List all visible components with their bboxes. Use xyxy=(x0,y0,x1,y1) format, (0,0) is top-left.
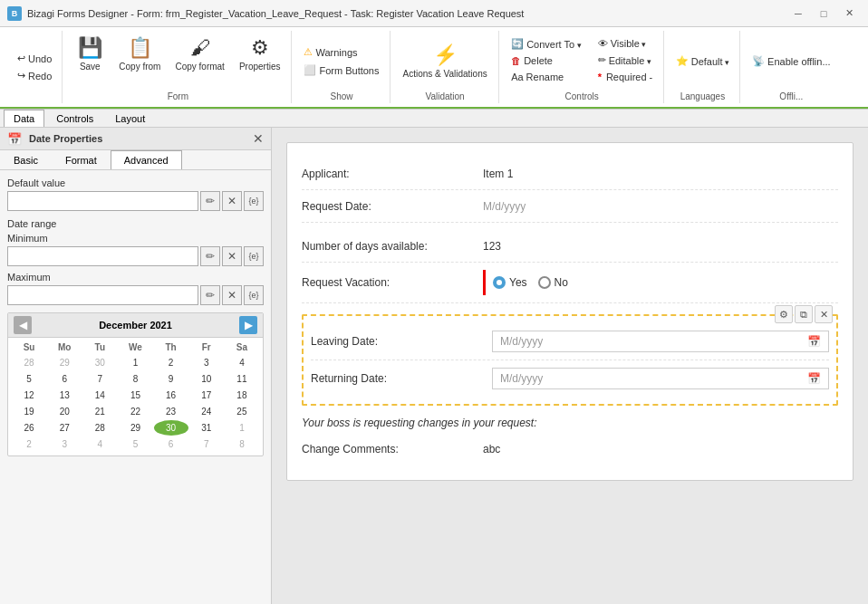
close-button[interactable]: ✕ xyxy=(837,5,861,23)
calendar-day[interactable]: 28 xyxy=(82,420,117,436)
default-button[interactable]: ⭐ Default xyxy=(671,53,734,69)
calendar-day[interactable]: 17 xyxy=(189,388,224,403)
calendar-day[interactable]: 2 xyxy=(12,436,46,452)
leaving-date-value[interactable]: M/d/yyyy 📅 xyxy=(492,331,829,352)
default-value-edit-btn[interactable]: ✏ xyxy=(200,191,220,211)
minimum-edit-btn[interactable]: ✏ xyxy=(200,246,220,266)
calendar-grid: Su Mo Tu We Th Fr Sa 2829301234567891011… xyxy=(8,338,263,455)
calendar-day[interactable]: 14 xyxy=(82,388,117,403)
calendar-day[interactable]: 2 xyxy=(154,355,188,370)
maximum-expr-btn[interactable]: {e} xyxy=(244,285,264,305)
calendar-day[interactable]: 10 xyxy=(189,371,224,387)
calendar-day[interactable]: 28 xyxy=(12,355,46,370)
calendar-day[interactable]: 11 xyxy=(225,371,259,387)
delete-button[interactable]: 🗑 Delete xyxy=(506,53,586,68)
calendar-next-btn[interactable]: ▶ xyxy=(239,316,257,334)
minimum-expr-btn[interactable]: {e} xyxy=(244,246,264,266)
minimum-clear-btn[interactable]: ✕ xyxy=(222,246,242,266)
visible-button[interactable]: 👁 Visible xyxy=(593,36,658,51)
calendar-day[interactable]: 16 xyxy=(154,388,188,403)
radio-no[interactable]: No xyxy=(538,276,568,289)
default-value-expr-btn[interactable]: {e} xyxy=(244,191,264,211)
calendar-day[interactable]: 20 xyxy=(47,404,82,419)
calendar-day[interactable]: 1 xyxy=(225,420,259,436)
section-delete-btn[interactable]: ✕ xyxy=(815,305,833,323)
tab-controls[interactable]: Controls xyxy=(46,110,103,127)
rename-button[interactable]: Aa Rename xyxy=(506,70,586,84)
section-settings-btn[interactable]: ⚙ xyxy=(775,305,793,323)
calendar-day[interactable]: 13 xyxy=(47,388,82,403)
calendar-day[interactable]: 29 xyxy=(47,355,82,370)
calendar-day[interactable]: 18 xyxy=(225,388,259,403)
calendar-day[interactable]: 6 xyxy=(47,371,82,387)
date-properties-panel: 📅 Date Properties ✕ Basic Format Advance… xyxy=(0,128,272,604)
prop-tab-format[interactable]: Format xyxy=(52,150,111,169)
maximum-edit-btn[interactable]: ✏ xyxy=(200,285,220,305)
calendar-day[interactable]: 1 xyxy=(118,355,152,370)
calendar-day[interactable]: 25 xyxy=(225,404,259,419)
calendar-prev-btn[interactable]: ◀ xyxy=(14,316,32,334)
calendar-day[interactable]: 12 xyxy=(12,388,46,403)
save-button[interactable]: 💾 Save xyxy=(70,33,110,75)
calendar-day[interactable]: 15 xyxy=(118,388,152,403)
maximize-button[interactable]: □ xyxy=(812,5,835,23)
calendar-day[interactable]: 5 xyxy=(12,371,46,387)
form-buttons-button[interactable]: ⬜ Form Buttons xyxy=(299,62,383,78)
day-header-fr: Fr xyxy=(189,341,224,353)
calendar-day[interactable]: 3 xyxy=(189,355,224,370)
calendar-day[interactable]: 22 xyxy=(118,404,152,419)
maximum-clear-btn[interactable]: ✕ xyxy=(222,285,242,305)
maximum-input[interactable] xyxy=(7,285,198,305)
calendar-day[interactable]: 30 xyxy=(154,420,188,436)
calendar-day[interactable]: 8 xyxy=(225,436,259,452)
calendar-day[interactable]: 19 xyxy=(12,404,46,419)
calendar-day[interactable]: 27 xyxy=(47,420,82,436)
section-copy-btn[interactable]: ⧉ xyxy=(795,305,813,323)
default-value-input[interactable] xyxy=(7,191,198,211)
calendar-day[interactable]: 21 xyxy=(82,404,117,419)
calendar-day[interactable]: 30 xyxy=(82,355,117,370)
section-tools: ⚙ ⧉ ✕ xyxy=(775,305,833,323)
copy-format-button[interactable]: 🖌 Copy format xyxy=(169,33,229,75)
radio-yes[interactable]: Yes xyxy=(493,276,527,289)
calendar-day[interactable]: 5 xyxy=(118,436,152,452)
calendar-day[interactable]: 3 xyxy=(47,436,82,452)
minimum-label: Minimum xyxy=(7,233,264,244)
undo-button[interactable]: ↩ Undo xyxy=(13,51,56,66)
calendar-day[interactable]: 23 xyxy=(154,404,188,419)
editable-button[interactable]: ✏ Editable xyxy=(593,53,658,68)
default-value-clear-btn[interactable]: ✕ xyxy=(222,191,242,211)
tab-data[interactable]: Data xyxy=(4,110,44,127)
convert-button[interactable]: 🔄 Convert To xyxy=(506,36,586,52)
calendar-day[interactable]: 4 xyxy=(225,355,259,370)
calendar-day[interactable]: 4 xyxy=(82,436,117,452)
copy-from-button[interactable]: 📋 Copy from xyxy=(113,33,166,75)
calendar-day[interactable]: 31 xyxy=(189,420,224,436)
redo-button[interactable]: ↪ Redo xyxy=(13,68,56,83)
save-icon: 💾 xyxy=(78,36,102,60)
prop-tab-advanced[interactable]: Advanced xyxy=(111,150,182,169)
calendar-day[interactable]: 9 xyxy=(154,371,188,387)
prop-tab-basic[interactable]: Basic xyxy=(0,150,52,169)
radio-yes-dot xyxy=(493,276,506,289)
actions-validations-button[interactable]: ⚡ Actions & Validations xyxy=(398,40,493,82)
required-button[interactable]: * Required - xyxy=(593,70,658,84)
tab-layout[interactable]: Layout xyxy=(105,110,155,127)
minimum-input[interactable] xyxy=(7,246,198,266)
returning-date-value[interactable]: M/d/yyyy 📅 xyxy=(492,368,829,389)
calendar-day[interactable]: 6 xyxy=(154,436,188,452)
calendar-day[interactable]: 29 xyxy=(118,420,152,436)
calendar-day[interactable]: 26 xyxy=(12,420,46,436)
warnings-button[interactable]: ⚠ Warnings xyxy=(299,44,383,60)
properties-button[interactable]: ⚙ Properties xyxy=(234,33,286,75)
panel-close-button[interactable]: ✕ xyxy=(253,131,264,146)
default-value-group: Default value ✏ ✕ {e} xyxy=(7,177,264,211)
form-canvas: Applicant: Item 1 Request Date: M/d/yyyy… xyxy=(272,128,868,604)
enable-offline-button[interactable]: 📡 Enable offlin... xyxy=(747,53,835,69)
radio-no-dot xyxy=(538,276,551,289)
calendar-day[interactable]: 7 xyxy=(189,436,224,452)
calendar-day[interactable]: 7 xyxy=(82,371,117,387)
minimize-button[interactable]: ─ xyxy=(786,5,810,23)
calendar-day[interactable]: 8 xyxy=(118,371,152,387)
calendar-day[interactable]: 24 xyxy=(189,404,224,419)
